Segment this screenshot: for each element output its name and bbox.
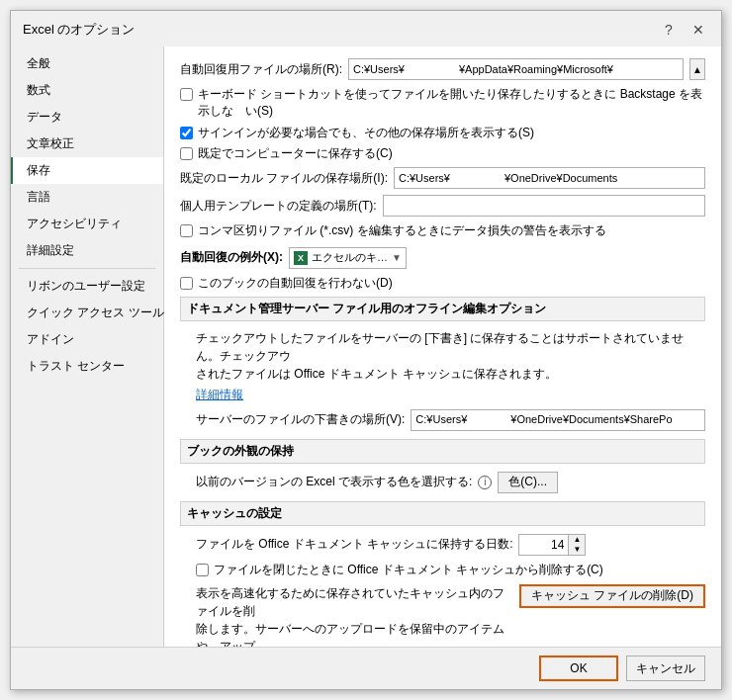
sidebar-item-accessibility[interactable]: アクセシビリティ xyxy=(11,211,163,237)
cache-desc-area: 表示を高速化するために保存されていたキャッシュ内のファイルを削 除します。サーバ… xyxy=(196,584,705,647)
help-button[interactable]: ? xyxy=(658,19,680,41)
cache-days-label: ファイルを Office ドキュメント キャッシュに保持する日数: xyxy=(196,536,512,553)
spinner-down-btn[interactable]: ▼ xyxy=(569,545,585,555)
offline-text2: されたファイルは Office ドキュメント キャッシュに保存されます。 xyxy=(196,365,705,383)
sidebar-item-addins[interactable]: アドイン xyxy=(11,326,163,353)
title-bar-buttons: ? ✕ xyxy=(658,19,709,41)
sidebar-item-data[interactable]: データ xyxy=(11,104,163,131)
personal-template-label: 個人用テンプレートの定義の場所(T): xyxy=(180,198,377,215)
default-local-input[interactable] xyxy=(394,167,705,189)
offline-section-header: ドキュメント管理サーバー ファイル用のオフライン編集オプション xyxy=(180,297,705,321)
cache-desc-line2: 除します。サーバーへのアップロードを保留中のアイテムや、アップ xyxy=(196,620,509,647)
appearance-section-header: ブックの外観の保持 xyxy=(180,439,705,464)
sidebar-item-proofing[interactable]: 文章校正 xyxy=(11,131,163,157)
sidebar-item-trustcenter[interactable]: トラスト センター xyxy=(11,353,163,380)
content-area: 全般 数式 データ 文章校正 保存 言語 アクセシビリティ 詳細設定 リボンのユ… xyxy=(11,46,721,647)
default-local-row: 既定のローカル ファイルの保存場所(I): xyxy=(180,167,705,189)
autorecover-browse-btn[interactable]: ▲ xyxy=(689,58,705,80)
default-computer-label: 既定でコンピューターに保存する(C) xyxy=(198,145,393,162)
sidebar-item-general[interactable]: 全般 xyxy=(11,50,163,77)
close-button[interactable]: ✕ xyxy=(687,19,709,41)
keyboard-shortcut-label: キーボード ショートカットを使ってファイルを開いたり保存したりするときに Bac… xyxy=(198,86,705,120)
sidebar: 全般 数式 データ 文章校正 保存 言語 アクセシビリティ 詳細設定 リボンのユ… xyxy=(11,46,164,647)
sidebar-item-ribbon[interactable]: リボンのユーザー設定 xyxy=(11,273,163,300)
footer: OK キャンセル xyxy=(11,647,721,689)
color-btn[interactable]: 色(C)... xyxy=(498,472,558,493)
personal-template-input[interactable] xyxy=(383,195,705,217)
no-autorecover-row: このブックの自動回復を行わない(D) xyxy=(180,275,705,292)
default-local-label: 既定のローカル ファイルの保存場所(I): xyxy=(180,170,388,187)
appearance-text: 以前のバージョンの Excel で表示する色を選択する: xyxy=(196,474,472,490)
offline-text1: チェックアウトしたファイルをサーバーの [下書き] に保存することはサポートされ… xyxy=(196,329,705,365)
server-path-row: サーバーのファイルの下書きの場所(V): xyxy=(196,409,705,431)
cache-days-input[interactable] xyxy=(518,534,568,556)
cache-delete-checkbox[interactable] xyxy=(196,564,209,576)
autorecover-exception-row: 自動回復の例外(X): X エクセルのキ… ▼ xyxy=(180,247,705,269)
title-bar: Excel のオプション ? ✕ xyxy=(11,11,721,46)
spinner-up-btn[interactable]: ▲ xyxy=(569,535,585,545)
cache-delete-btn[interactable]: キャッシュ ファイルの削除(D) xyxy=(519,584,705,608)
detail-link[interactable]: 詳細情報 xyxy=(196,388,243,401)
spinner-buttons: ▲ ▼ xyxy=(568,534,586,556)
autorecover-exception-value: エクセルのキ… xyxy=(312,250,388,265)
sidebar-divider xyxy=(19,268,155,269)
autorecover-label: 自動回復用ファイルの場所(R): xyxy=(180,61,342,78)
main-panel: 自動回復用ファイルの場所(R): ▲ キーボード ショートカットを使ってファイル… xyxy=(164,46,721,647)
csv-warning-checkbox[interactable] xyxy=(180,224,193,237)
cache-section-header: キャッシュの設定 xyxy=(180,501,705,526)
sidebar-item-advanced[interactable]: 詳細設定 xyxy=(11,237,163,264)
sidebar-item-formula[interactable]: 数式 xyxy=(11,77,163,104)
personal-template-row: 個人用テンプレートの定義の場所(T): xyxy=(180,195,705,217)
keyboard-shortcut-checkbox[interactable] xyxy=(180,88,193,101)
autorecover-input[interactable] xyxy=(348,58,684,80)
default-computer-checkbox[interactable] xyxy=(180,147,193,160)
offline-section-content: チェックアウトしたファイルをサーバーの [下書き] に保存することはサポートされ… xyxy=(180,329,705,431)
cache-days-spinner: ▲ ▼ xyxy=(518,534,586,556)
info-icon[interactable]: i xyxy=(478,476,492,489)
server-path-input[interactable] xyxy=(411,409,705,431)
sidebar-item-qat[interactable]: クイック アクセス ツール バー xyxy=(11,300,163,326)
server-path-label: サーバーのファイルの下書きの場所(V): xyxy=(196,411,405,428)
default-computer-row: 既定でコンピューターに保存する(C) xyxy=(180,145,705,162)
dropdown-arrow-icon: ▼ xyxy=(392,252,402,263)
cache-desc-text: 表示を高速化するために保存されていたキャッシュ内のファイルを削 除します。サーバ… xyxy=(196,584,509,647)
cache-delete-label: ファイルを閉じたときに Office ドキュメント キャッシュから削除する(C) xyxy=(214,562,603,578)
signin-checkbox[interactable] xyxy=(180,127,193,139)
dialog-title: Excel のオプション xyxy=(23,21,135,39)
signin-row: サインインが必要な場合でも、その他の保存場所を表示する(S) xyxy=(180,125,705,141)
cache-desc-line1: 表示を高速化するために保存されていたキャッシュ内のファイルを削 xyxy=(196,584,509,620)
keyboard-shortcut-row: キーボード ショートカットを使ってファイルを開いたり保存したりするときに Bac… xyxy=(180,86,705,120)
excel-options-dialog: Excel のオプション ? ✕ 全般 数式 データ 文章校正 保存 言語 アク… xyxy=(10,10,722,690)
no-autorecover-label: このブックの自動回復を行わない(D) xyxy=(198,275,393,292)
autorecover-exception-dropdown[interactable]: X エクセルのキ… ▼ xyxy=(289,247,407,269)
appearance-row: 以前のバージョンの Excel で表示する色を選択する: i 色(C)... xyxy=(196,472,705,493)
autorecover-row: 自動回復用ファイルの場所(R): ▲ xyxy=(180,58,705,80)
appearance-section-content: 以前のバージョンの Excel で表示する色を選択する: i 色(C)... xyxy=(180,472,705,493)
excel-icon: X xyxy=(294,251,308,265)
csv-warning-label: コンマ区切りファイル (*.csv) を編集するときにデータ損失の警告を表示する xyxy=(198,222,606,239)
autorecover-exception-label: 自動回復の例外(X): xyxy=(180,249,283,266)
cache-section-content: ファイルを Office ドキュメント キャッシュに保持する日数: ▲ ▼ ファ… xyxy=(180,534,705,647)
cache-delete-row: ファイルを閉じたときに Office ドキュメント キャッシュから削除する(C) xyxy=(196,562,705,578)
signin-label: サインインが必要な場合でも、その他の保存場所を表示する(S) xyxy=(198,125,534,141)
cache-days-row: ファイルを Office ドキュメント キャッシュに保持する日数: ▲ ▼ xyxy=(196,534,705,556)
cancel-button[interactable]: キャンセル xyxy=(626,656,705,681)
sidebar-item-save[interactable]: 保存 xyxy=(11,157,163,184)
sidebar-item-language[interactable]: 言語 xyxy=(11,184,163,211)
ok-button[interactable]: OK xyxy=(539,656,618,681)
csv-warning-row: コンマ区切りファイル (*.csv) を編集するときにデータ損失の警告を表示する xyxy=(180,222,705,239)
no-autorecover-checkbox[interactable] xyxy=(180,277,193,290)
